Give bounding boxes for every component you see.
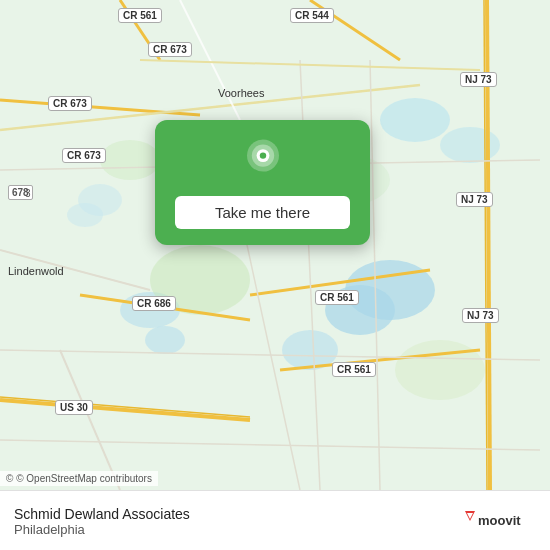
location-pin-icon xyxy=(239,138,287,186)
map-container: CR 561 CR 544 CR 673 CR 673 CR 673 NJ 73… xyxy=(0,0,550,490)
road-label-cr673-left: CR 673 xyxy=(48,96,92,111)
road-label-cr673-mid: CR 673 xyxy=(62,148,106,163)
copyright-icon: © xyxy=(6,473,13,484)
osm-attribution: © © OpenStreetMap contributors xyxy=(0,471,158,486)
voorhees-label: Voorhees xyxy=(218,87,264,99)
road-label-cr686: CR 686 xyxy=(132,296,176,311)
moovit-logo: moovit xyxy=(461,507,536,535)
svg-point-38 xyxy=(259,152,265,158)
road-label-cr561-bot: CR 561 xyxy=(332,362,376,377)
svg-point-13 xyxy=(395,340,485,400)
place-name: Schmid Dewland Associates xyxy=(14,506,190,522)
svg-point-9 xyxy=(440,127,500,163)
svg-point-5 xyxy=(145,326,185,354)
road-label-cr673-top: CR 673 xyxy=(148,42,192,57)
svg-point-12 xyxy=(100,140,160,180)
moovit-logo-img: moovit xyxy=(461,507,536,535)
take-me-there-button[interactable]: Take me there xyxy=(175,196,350,229)
road-label-nj73-top: NJ 73 xyxy=(460,72,497,87)
lindenwold-label: Lindenwold xyxy=(8,265,64,277)
svg-point-8 xyxy=(380,98,450,142)
place-city: Philadelphia xyxy=(14,522,190,537)
road-label-cr561-mid: CR 561 xyxy=(315,290,359,305)
road-label-cr544: CR 544 xyxy=(290,8,334,23)
bottom-bar: Schmid Dewland Associates Philadelphia m… xyxy=(0,490,550,550)
svg-text:moovit: moovit xyxy=(478,513,521,528)
road-label-us30: US 30 xyxy=(55,400,93,415)
road-label-cr561-top: CR 561 xyxy=(118,8,162,23)
bottom-text: Schmid Dewland Associates Philadelphia xyxy=(14,504,190,537)
road-label-nj73-bot: NJ 73 xyxy=(462,308,499,323)
svg-point-7 xyxy=(67,203,103,227)
road-label-nj73-mid: NJ 73 xyxy=(456,192,493,207)
popup-card[interactable]: Take me there xyxy=(155,120,370,245)
route3-label: 3 xyxy=(25,188,31,199)
